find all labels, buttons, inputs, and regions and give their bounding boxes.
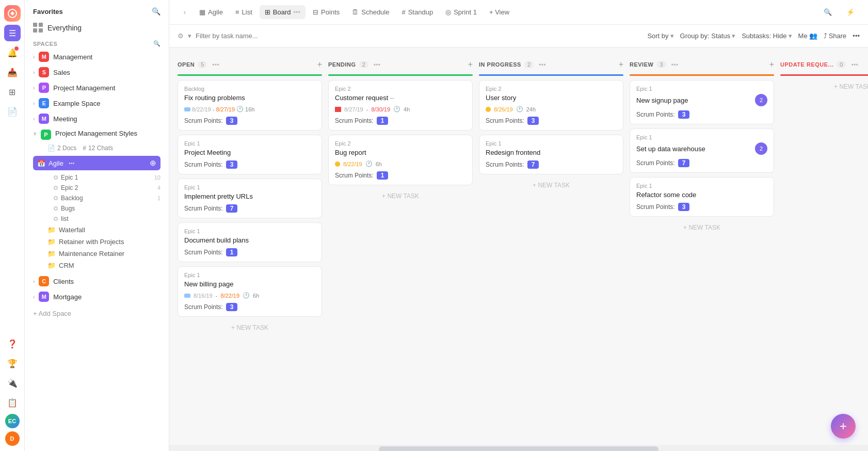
tab-view[interactable]: + View [484, 5, 515, 19]
me-button[interactable]: Me 👥 [798, 32, 817, 40]
sidebar-item-meeting[interactable]: › M Meeting [25, 111, 169, 126]
sidebar-item-bugs[interactable]: Bugs [25, 203, 169, 214]
card-project-meeting[interactable]: Epic 1 Project Meeting Scrum Points: 3 [178, 135, 322, 174]
card-points: Scrum Points: 3 [184, 117, 315, 125]
card-refactor-code[interactable]: Epic 1 Refactor some code Scrum Points: … [630, 177, 774, 217]
card-user-story[interactable]: Epic 2 User story 8/26/19 🕐 24h Scrum Po… [479, 80, 623, 131]
sidebar-item-sales[interactable]: › S Sales [25, 65, 169, 80]
sidebar-item-waterfall[interactable]: 📁 Waterfall [25, 224, 169, 236]
horizontal-scrollbar[interactable] [169, 445, 868, 451]
card-bug-report[interactable]: Epic 2 Bug report 8/22/19 🕐 6h Scrum Poi… [328, 135, 473, 185]
card-epic: Epic 1 [636, 183, 767, 189]
tab-sprint1[interactable]: ◎ Sprint 1 [440, 5, 482, 19]
sidebar-item-management[interactable]: › M Management [25, 49, 169, 65]
share-button[interactable]: ⤴ Share [824, 32, 847, 40]
inprogress-dots[interactable]: ••• [539, 61, 546, 69]
sidebar-item-pms[interactable]: ∨ P Project Management Styles [25, 126, 169, 142]
user-avatar-d[interactable]: D [5, 431, 20, 446]
nav-tasks[interactable]: 📋 [4, 394, 21, 411]
flag-blue2 [184, 294, 190, 298]
open-plus[interactable]: + [317, 60, 322, 69]
nav-notifications[interactable]: 🔔 [4, 44, 21, 61]
card-signup-page[interactable]: Epic 1 New signup page 2 Scrum Points: 3 [630, 80, 774, 124]
card-pretty-urls[interactable]: Epic 1 Implement pretty URLs Scrum Point… [178, 179, 322, 218]
filter-icon[interactable]: ⚙ [178, 32, 184, 40]
open-dots[interactable]: ••• [212, 61, 219, 69]
update-dots[interactable]: ••• [851, 61, 858, 69]
card-document-build[interactable]: Epic 1 Document build plans Scrum Points… [178, 222, 322, 262]
docs-item[interactable]: 📄 2 Docs [47, 144, 76, 152]
sidebar-item-example-space[interactable]: › E Example Space [25, 95, 169, 111]
sidebar-item-mortgage[interactable]: › M Mortgage [25, 289, 169, 304]
nav-inbox[interactable]: 📥 [4, 64, 21, 80]
sidebar-item-backlog[interactable]: Backlog 1 [25, 193, 169, 203]
inprogress-new-task[interactable]: + NEW TASK [479, 179, 623, 192]
sort-by[interactable]: Sort by ▾ [647, 32, 673, 40]
subtasks[interactable]: Subtasks: Hide ▾ [742, 32, 792, 40]
space-avatar-meeting: M [39, 114, 49, 124]
tab-agile[interactable]: ▦ Agile [194, 5, 228, 19]
card-customer-request[interactable]: Epic 2 Customer request -- 8/27/19 - 8/3… [328, 80, 473, 131]
update-count: 0 [837, 61, 846, 68]
sidebar-item-everything[interactable]: Everything [25, 20, 169, 36]
tab-points[interactable]: ⊟ Points [308, 5, 345, 19]
nav-help[interactable]: ❓ [4, 335, 21, 352]
card-fix-routing[interactable]: Backlog Fix routing problems 8/22/19 - 8… [178, 80, 322, 131]
tab-board[interactable]: ⊞ Board ••• [260, 5, 306, 19]
nav-docs[interactable]: 📄 [4, 103, 21, 120]
group-by[interactable]: Group by: Status ▾ [680, 32, 736, 40]
agile-tab-icon: ▦ [199, 8, 205, 16]
user-avatar-ec[interactable]: EC [5, 414, 20, 428]
search-button[interactable]: 🔍 [818, 5, 837, 19]
pending-plus[interactable]: + [468, 60, 473, 69]
nav-goals[interactable]: 🏆 [4, 355, 21, 372]
more-button[interactable]: ••• [853, 32, 860, 40]
board-dots[interactable]: ••• [293, 8, 300, 16]
review-dots[interactable]: ••• [671, 61, 679, 69]
card-data-warehouse[interactable]: Epic 1 Set up data warehouse 2 Scrum Poi… [630, 128, 774, 173]
lightning-button[interactable]: ⚡ [841, 5, 860, 19]
sidebar-item-list[interactable]: list [25, 214, 169, 224]
chats-item[interactable]: # 12 Chats [83, 144, 113, 152]
card-billing-page[interactable]: Epic 1 New billing page 8/16/19 - 8/22/1… [178, 266, 322, 317]
pending-new-task[interactable]: + NEW TASK [328, 189, 473, 203]
card-epic: Epic 1 [184, 272, 315, 278]
nav-dashboards[interactable]: ⊞ [4, 84, 21, 100]
agile-dots[interactable]: ••• [69, 160, 75, 166]
tab-list[interactable]: ≡ List [230, 5, 258, 19]
nav-home[interactable]: ☰ [4, 25, 21, 41]
column-update-request: UPDATE REQUE... 0 ••• + + NEW TASK [780, 56, 868, 437]
card-redesign-frontend[interactable]: Epic 1 Redesign frontend Scrum Points: 7 [479, 135, 623, 174]
sidebar-item-crm[interactable]: 📁 CRM [25, 260, 169, 271]
sidebar-item-epic1[interactable]: Epic 1 10 [25, 172, 169, 183]
app-logo[interactable] [4, 5, 21, 22]
space-avatar-mortgage: M [39, 292, 49, 302]
filter-arrow[interactable]: ▾ [188, 32, 191, 40]
sidebar-item-project-management[interactable]: › P Project Management [25, 80, 169, 95]
column-pending: PENDING 2 ••• + Epic 2 Customer request … [328, 56, 473, 437]
nav-toggle[interactable]: ‹ [178, 5, 192, 20]
sidebar-item-clients[interactable]: › C Clients [25, 273, 169, 289]
review-plus[interactable]: + [769, 60, 774, 69]
pending-dots[interactable]: ••• [374, 61, 381, 69]
open-new-task[interactable]: + NEW TASK [178, 321, 322, 334]
tab-standup[interactable]: # Standup [396, 5, 438, 19]
view-tab-label: + View [489, 8, 509, 16]
nav-integrations[interactable]: 🔌 [4, 375, 21, 391]
sidebar-item-retainer[interactable]: 📁 Retainer with Projects [25, 236, 169, 248]
points-value: 1 [377, 117, 389, 125]
spaces-search-icon[interactable]: 🔍 [153, 40, 161, 47]
add-space-button[interactable]: + Add Space [25, 304, 169, 323]
sidebar-item-epic2[interactable]: Epic 2 4 [25, 183, 169, 193]
inprogress-plus[interactable]: + [619, 60, 623, 69]
update-new-task[interactable]: + NEW TASK [780, 80, 868, 93]
me-label: Me [798, 32, 808, 40]
sidebar-search-icon[interactable]: 🔍 [152, 7, 160, 15]
agile-plus[interactable]: ⊕ [150, 158, 156, 168]
fab-button[interactable]: + [831, 414, 856, 439]
review-new-task[interactable]: + NEW TASK [630, 221, 774, 234]
filter-input[interactable] [196, 32, 643, 40]
tab-schedule[interactable]: 🗓 Schedule [347, 5, 394, 19]
sidebar-item-maintenance[interactable]: 📁 Maintenance Retainer [25, 248, 169, 260]
sidebar-item-agile[interactable]: 📅 Agile ••• ⊕ [33, 156, 160, 170]
